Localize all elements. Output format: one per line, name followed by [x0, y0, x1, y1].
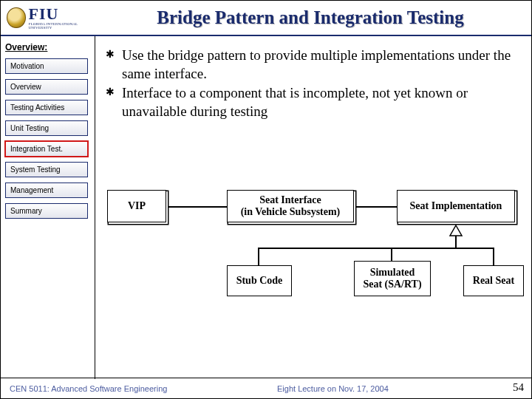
nav-integration-test[interactable]: Integration Test. [5, 141, 88, 157]
box-seat-impl: Seat Implementation [397, 190, 515, 222]
connector [455, 236, 457, 248]
slide-title: Bridge Pattern and Integration Testing [95, 7, 525, 28]
connector [493, 248, 494, 265]
sidebar-heading: Overview: [5, 42, 90, 52]
box-stub: Stub Code [227, 265, 292, 296]
footer-lecture: Eight Lecture on Nov. 17, 2004 [255, 384, 522, 393]
bullet-2: Interface to a component that is incompl… [104, 84, 518, 120]
connector [258, 248, 494, 249]
fiu-logo: FIU FLORIDA INTERNATIONAL UNIVERSITY [7, 6, 95, 30]
slide-header: FIU FLORIDA INTERNATIONAL UNIVERSITY Bri… [1, 1, 531, 36]
seat-if-line2: (in Vehicle Subsystem) [241, 206, 341, 218]
bullet-list: Use the bridge pattern to provide multip… [104, 47, 518, 121]
seat-if-line1: Seat Interface [259, 194, 321, 206]
box-sim-seat: Simulated Seat (SA/RT) [354, 261, 431, 296]
nav-summary[interactable]: Summary [5, 203, 88, 219]
page-number: 54 [513, 381, 524, 394]
nav-overview[interactable]: Overview [5, 79, 88, 95]
bridge-diagram: VIP Seat Interface (in Vehicle Subsystem… [95, 190, 531, 352]
fiu-seal-icon [7, 7, 26, 28]
box-vip: VIP [107, 190, 166, 222]
connector [356, 206, 397, 208]
sim-line2: Seat (SA/RT) [363, 279, 421, 290]
connector [258, 248, 259, 265]
bullet-1: Use the bridge pattern to provide multip… [104, 47, 518, 83]
slide-footer: CEN 5011: Advanced Software Engineering … [1, 378, 531, 398]
box-seat-interface: Seat Interface (in Vehicle Subsystem) [227, 190, 354, 222]
nav-motivation[interactable]: Motivation [5, 58, 88, 74]
logo-sub: FLORIDA INTERNATIONAL UNIVERSITY [29, 22, 96, 30]
nav-management[interactable]: Management [5, 183, 88, 198]
sim-line1: Simulated [370, 267, 415, 279]
nav-sidebar: Overview: Motivation Overview Testing Ac… [1, 36, 95, 379]
connector [168, 206, 227, 208]
nav-testing-activities[interactable]: Testing Activities [5, 100, 88, 115]
box-real-seat: Real Seat [463, 265, 524, 296]
nav-system-testing[interactable]: System Testing [5, 162, 88, 177]
svg-marker-0 [450, 225, 462, 236]
footer-course: CEN 5011: Advanced Software Engineering [10, 384, 255, 393]
slide-content: Use the bridge pattern to provide multip… [95, 36, 531, 379]
nav-unit-testing[interactable]: Unit Testing [5, 120, 88, 136]
inheritance-triangle-icon [450, 225, 462, 236]
logo-main: FIU [29, 6, 96, 22]
